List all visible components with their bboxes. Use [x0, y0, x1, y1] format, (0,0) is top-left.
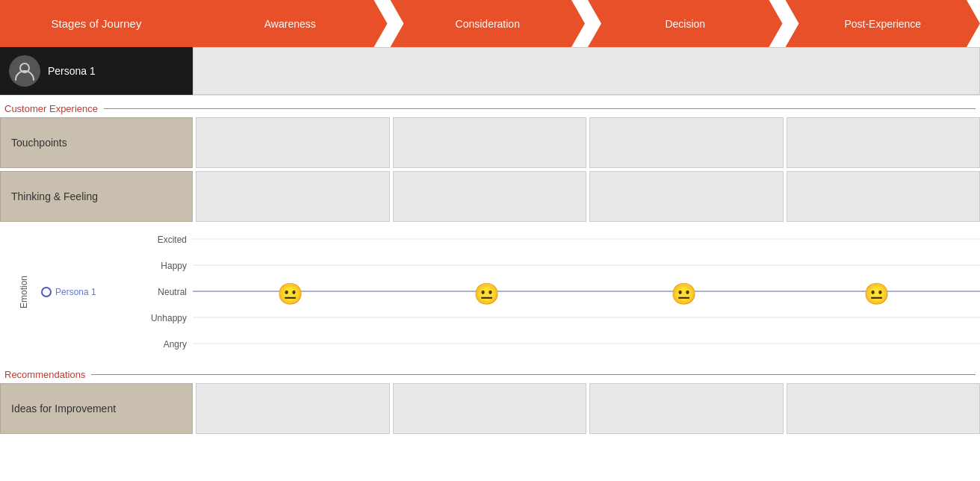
y-label-neutral: Neutral: [158, 288, 187, 297]
header-row: Stages of Journey Awareness Consideratio…: [0, 0, 980, 47]
customer-experience-header: Customer Experience: [0, 96, 980, 117]
thinking-feeling-label: Thinking & Feeling: [0, 171, 193, 222]
emotion-svg: 😐 😐 😐 😐: [193, 226, 980, 357]
recommendations-label: Recommendations: [4, 369, 85, 380]
emoji-awareness: 😐: [277, 282, 303, 306]
emotion-y-labels: Emotion Persona 1 Excited Happy Neutral …: [0, 226, 193, 357]
touchpoints-awareness[interactable]: [196, 117, 390, 168]
ideas-label: Ideas for Improvement: [0, 383, 193, 434]
persona-cell: Persona 1: [0, 47, 193, 95]
persona-legend-label: Persona 1: [55, 287, 96, 297]
person-icon: [14, 60, 35, 81]
ideas-row: Ideas for Improvement: [0, 383, 980, 434]
stages-container: Awareness Consideration Decision Post-Ex…: [193, 0, 980, 47]
stage-decision: Decision: [588, 0, 783, 47]
thinking-feeling-awareness[interactable]: [196, 171, 390, 222]
thinking-feeling-row: Thinking & Feeling: [0, 171, 980, 222]
stage-consideration: Consideration: [391, 0, 586, 47]
touchpoints-post-experience[interactable]: [787, 117, 981, 168]
thinking-feeling-post-experience[interactable]: [787, 171, 981, 222]
emoji-post-experience: 😐: [863, 282, 890, 306]
customer-experience-line: [104, 108, 976, 109]
persona-content-area: [193, 47, 980, 95]
persona-row: Persona 1: [0, 47, 980, 96]
y-label-unhappy: Unhappy: [151, 314, 187, 323]
touchpoints-row: Touchpoints: [0, 117, 980, 168]
ideas-consideration[interactable]: [393, 383, 587, 434]
ideas-post-experience[interactable]: [787, 383, 981, 434]
y-label-excited: Excited: [158, 235, 187, 244]
emotion-chart-section: Emotion Persona 1 Excited Happy Neutral …: [0, 226, 980, 357]
emoji-consideration: 😐: [474, 282, 500, 306]
avatar: [9, 55, 40, 87]
recommendations-header: Recommendations: [0, 361, 980, 383]
stage-post-experience: Post-Experience: [786, 0, 981, 47]
stage-awareness: Awareness: [193, 0, 388, 47]
persona-legend-dot: [41, 287, 52, 297]
recommendations-line: [91, 374, 976, 375]
y-label-happy: Happy: [161, 261, 187, 270]
persona-legend: Persona 1: [41, 287, 96, 297]
thinking-feeling-decision[interactable]: [589, 171, 784, 222]
touchpoints-label: Touchpoints: [0, 117, 193, 168]
thinking-feeling-consideration[interactable]: [393, 171, 587, 222]
stages-of-journey-label: Stages of Journey: [0, 0, 193, 47]
ideas-awareness[interactable]: [196, 383, 390, 434]
touchpoints-consideration[interactable]: [393, 117, 587, 168]
persona-name: Persona 1: [48, 65, 96, 77]
emotion-chart: 😐 😐 😐 😐: [193, 226, 980, 357]
emotion-axis-label: Emotion: [19, 275, 29, 308]
touchpoints-decision[interactable]: [589, 117, 784, 168]
emoji-decision: 😐: [671, 282, 697, 306]
ideas-decision[interactable]: [589, 383, 784, 434]
customer-experience-label: Customer Experience: [4, 103, 98, 114]
y-label-angry: Angry: [164, 340, 187, 349]
